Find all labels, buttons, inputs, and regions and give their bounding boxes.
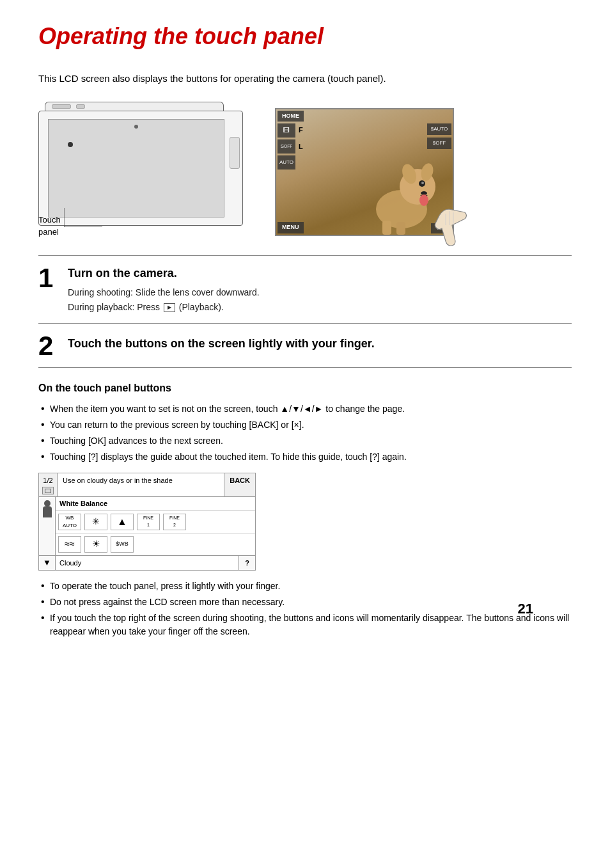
step2-section: 2 Touch the buttons on the screen lightl… xyxy=(38,324,572,368)
camera-right-control xyxy=(230,137,240,169)
camera-screen xyxy=(48,119,224,217)
wb-table: 1/2 Use on cloudy days or in the shade B… xyxy=(38,473,256,571)
step1-desc: During shooting: Slide the lens cover do… xyxy=(68,286,572,314)
lcd-preview: HOME MENU 🎞 SOFF AUTO F L $AUTO $OFF ISP xyxy=(275,108,454,236)
bottom-bullet-list: To operate the touch panel, press it lig… xyxy=(38,580,572,638)
bullet-item-4: Touching [?] displays the guide about th… xyxy=(38,450,572,464)
camera-top-button2 xyxy=(76,104,85,109)
step1-section: 1 Turn on the camera. During shooting: S… xyxy=(38,255,572,324)
person-svg xyxy=(41,500,54,519)
bottom-bullet-3: If you touch the top right of the screen… xyxy=(38,612,572,638)
step1-number: 1 xyxy=(38,265,59,292)
step2-number: 2 xyxy=(38,333,59,359)
playback-icon xyxy=(164,303,175,312)
svg-point-12 xyxy=(44,500,51,507)
image-row: Touch panel xyxy=(38,102,572,236)
svg-point-9 xyxy=(419,194,428,206)
l-label: L xyxy=(299,141,303,152)
bottom-bullet-1: To operate the touch panel, press it lig… xyxy=(38,580,572,593)
wb-right-content: White Balance WBAUTO ✳ ▲ FINE1 FINE2 ≈≈ … xyxy=(56,497,255,555)
step1-desc-line2b: (Playback). xyxy=(179,302,224,312)
intro-text: This LCD screen also displays the button… xyxy=(38,72,572,86)
lcd-preview-wrapper: HOME MENU 🎞 SOFF AUTO F L $AUTO $OFF ISP xyxy=(275,108,454,236)
step1-desc-line2-text: During playback: Press xyxy=(68,302,160,312)
bottom-bullet-2: Do not press against the LCD screen more… xyxy=(38,596,572,609)
wb-icon-swb: $WB xyxy=(111,536,134,553)
lcd-sauto-btn: $AUTO xyxy=(427,123,451,135)
wb-icons-row1: WBAUTO ✳ ▲ FINE1 FINE2 xyxy=(56,511,255,533)
bullet-item-1: When the item you want to set is not on … xyxy=(38,402,572,416)
touch-panel-dot xyxy=(68,142,73,147)
touch-panel-label: Touch panel xyxy=(38,214,61,239)
page-title: Operating the touch panel xyxy=(38,19,572,54)
wb-down-arrow: ▼ xyxy=(39,556,56,571)
wb-icon-fine1: FINE1 xyxy=(137,514,160,530)
svg-rect-11 xyxy=(396,222,405,235)
wb-icon-sun: ✳ xyxy=(84,514,107,530)
svg-rect-10 xyxy=(382,221,391,235)
camera-screen-dot xyxy=(134,125,138,129)
step1-desc-line1: During shooting: Slide the lens cover do… xyxy=(68,286,572,299)
bullet-item-2: You can return to the previous screen by… xyxy=(38,418,572,432)
wb-icon-small xyxy=(42,487,54,494)
step1-title: Turn on the camera. xyxy=(68,265,572,282)
lcd-soff-btn: $OFF xyxy=(427,138,451,149)
wb-person-icon xyxy=(39,497,56,555)
step2-title: Touch the buttons on the screen lightly … xyxy=(68,335,572,352)
wb-icon-inner xyxy=(45,489,51,493)
wb-label: White Balance xyxy=(56,497,255,511)
wb-icon-shade: ▲ xyxy=(111,514,134,530)
camera-diagram: Touch panel xyxy=(38,102,243,236)
wb-table-bottom-row: ▼ Cloudy ? xyxy=(39,555,255,571)
bullet-list-top: When the item you want to set is not on … xyxy=(38,402,572,464)
wb-bottom-label: Cloudy xyxy=(56,556,239,571)
lcd-icon1: 🎞 xyxy=(278,123,295,138)
step1-desc-line2: During playback: Press (Playback). xyxy=(68,301,572,314)
wb-icons-row2: ≈≈ ☀ $WB xyxy=(56,533,255,555)
lcd-icon2: SOFF xyxy=(278,139,295,154)
wb-icon-wbauto: WBAUTO xyxy=(58,514,81,530)
wb-page-num: 1/2 xyxy=(39,473,58,497)
wb-table-middle: White Balance WBAUTO ✳ ▲ FINE1 FINE2 ≈≈ … xyxy=(39,497,255,555)
wb-q-btn: ? xyxy=(239,556,255,571)
camera-top xyxy=(45,102,224,111)
touch-panel-section: On the touch panel buttons When the item… xyxy=(38,381,572,639)
wb-table-top-row: 1/2 Use on cloudy days or in the shade B… xyxy=(39,473,255,498)
lcd-icon3: AUTO xyxy=(278,155,295,170)
svg-point-7 xyxy=(421,182,424,184)
lcd-menu-btn: MENU xyxy=(278,222,304,233)
bullet-item-3: Touching [OK] advances to the next scree… xyxy=(38,434,572,448)
wb-back-btn: BACK xyxy=(224,473,255,497)
wb-icon-wave: ≈≈ xyxy=(58,536,81,553)
dog-silhouette xyxy=(363,152,440,235)
touch-panel-heading: On the touch panel buttons xyxy=(38,381,572,396)
page-content: Operating the touch panel This LCD scree… xyxy=(38,19,572,638)
step2-content: Touch the buttons on the screen lightly … xyxy=(68,335,572,356)
wb-icon-fine2: FINE2 xyxy=(163,514,186,530)
lcd-home-btn: HOME xyxy=(278,111,304,122)
finger-cursor-svg xyxy=(433,206,468,248)
camera-top-button xyxy=(52,104,71,109)
step1-content: Turn on the camera. During shooting: Sli… xyxy=(68,265,572,315)
wb-icon-bulb: ☀ xyxy=(84,536,107,553)
wb-desc: Use on cloudy days or in the shade xyxy=(58,473,224,497)
page-number: 21 xyxy=(518,598,533,619)
f-label: F xyxy=(299,125,303,136)
touch-panel-line-svg xyxy=(64,208,115,227)
